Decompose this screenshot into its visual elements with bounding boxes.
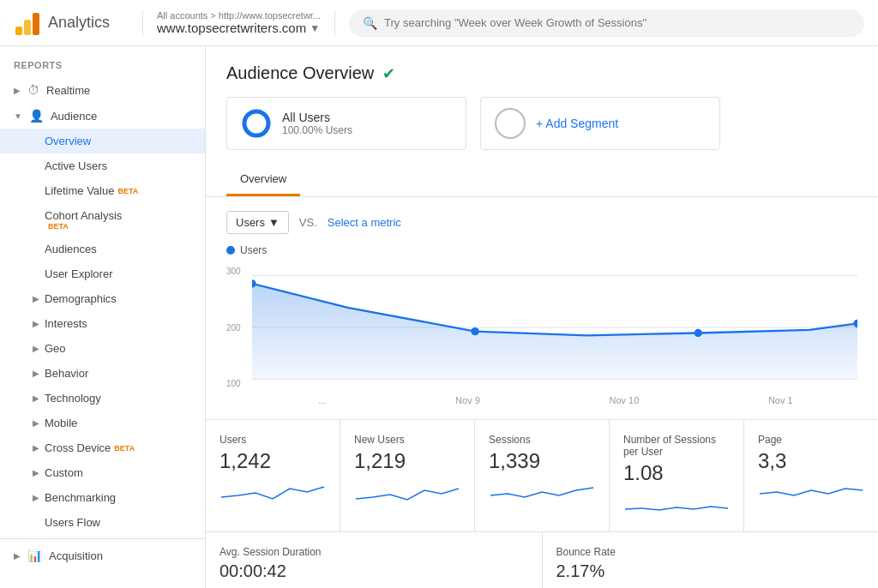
analytics-logo-icon <box>14 9 41 37</box>
demographics-expand-icon: ▶ <box>33 294 39 303</box>
sidebar-item-custom[interactable]: ▶ Custom <box>0 460 205 485</box>
tab-overview[interactable]: Overview <box>226 164 300 196</box>
cross-device-expand-icon: ▶ <box>33 443 39 453</box>
mini-chart-pages <box>758 480 864 506</box>
sidebar-item-interests[interactable]: ▶ Interests <box>0 311 205 336</box>
metrics-cards-row1: Users 1,242 New Users 1,219 Sessions 1,3… <box>206 419 878 531</box>
chart-legend: Users <box>226 244 857 256</box>
metric-dropdown[interactable]: Users ▼ <box>226 211 289 234</box>
expand-down-icon: ▼ <box>14 111 22 121</box>
sidebar-item-behavior[interactable]: ▶ Behavior <box>0 361 205 386</box>
sidebar-item-mobile[interactable]: ▶ Mobile <box>0 411 205 435</box>
metric-card-sessions-per-user: Number of Sessions per User 1.08 <box>610 420 744 531</box>
x-label-0: ... <box>318 395 326 405</box>
sidebar-item-cross-device[interactable]: ▶ Cross Device BETA <box>0 435 205 460</box>
geo-expand-icon: ▶ <box>33 344 39 353</box>
y-label-200: 200 <box>226 323 252 333</box>
site-dropdown-arrow: ▼ <box>310 22 320 34</box>
metric-card-avg-session: Avg. Session Duration 00:00:42 <box>206 532 543 588</box>
mini-chart-sessions <box>489 480 595 506</box>
svg-rect-0 <box>15 27 22 35</box>
top-header: Analytics All accounts > http://www.tops… <box>0 0 878 46</box>
mini-chart-sessions-per-user <box>623 492 730 518</box>
metric-card-sessions: Sessions 1,339 <box>475 420 610 531</box>
benchmarking-expand-icon: ▶ <box>33 493 39 502</box>
sidebar-item-users-flow[interactable]: Users Flow <box>0 510 205 535</box>
main-body: REPORTS ▶ ⏱ Realtime ▼ 👤 Audience Overvi… <box>0 46 878 588</box>
sidebar-item-benchmarking[interactable]: ▶ Benchmarking <box>0 485 205 510</box>
vs-label: VS. <box>299 216 317 229</box>
sidebar-item-active-users[interactable]: Active Users <box>0 153 205 178</box>
content-header: Audience Overview ✔ <box>206 46 878 97</box>
acquisition-expand-icon: ▶ <box>14 551 21 561</box>
sidebar-divider <box>0 538 205 539</box>
search-input[interactable] <box>384 16 851 29</box>
search-bar[interactable]: 🔍 <box>349 9 864 37</box>
sidebar-item-cohort-analysis[interactable]: Cohort AnalysisBETA <box>0 203 205 237</box>
sidebar: REPORTS ▶ ⏱ Realtime ▼ 👤 Audience Overvi… <box>0 46 206 588</box>
y-axis: 300 200 100 <box>226 263 252 392</box>
legend-dot-users <box>226 246 235 255</box>
metric-card-bounce-rate: Bounce Rate 2.17% <box>543 532 879 588</box>
chart-svg <box>252 263 857 392</box>
svg-point-9 <box>471 327 478 335</box>
svg-rect-1 <box>24 20 31 35</box>
beta-badge-cross-device: BETA <box>114 444 135 453</box>
account-selector[interactable]: All accounts > http://www.topsecretwr...… <box>142 10 335 35</box>
sidebar-item-audience[interactable]: ▼ 👤 Audience <box>0 103 205 129</box>
chart-wrapper: 300 200 100 <box>226 263 857 392</box>
content-area: Audience Overview ✔ All Users 100.00% Us… <box>206 46 878 588</box>
beta-badge-lifetime: BETA <box>117 187 138 195</box>
metric-card-pages: Page 3,3 <box>744 420 878 531</box>
segment-info: All Users 100.00% Users <box>282 111 352 136</box>
person-icon: 👤 <box>29 109 44 123</box>
sidebar-item-acquisition[interactable]: ▶ 📊 Acquisition <box>0 543 205 568</box>
sidebar-item-realtime[interactable]: ▶ ⏱ Realtime <box>0 77 205 103</box>
chart-icon: 📊 <box>27 549 42 562</box>
mini-chart-new-users <box>354 480 460 506</box>
sidebar-item-audiences[interactable]: Audiences <box>0 237 205 261</box>
segments-row: All Users 100.00% Users + Add Segment <box>206 97 878 164</box>
svg-point-10 <box>695 329 702 337</box>
dropdown-arrow-icon: ▼ <box>268 216 280 229</box>
x-label-nov1: Nov 1 <box>768 395 793 405</box>
metrics-cards-row2: Avg. Session Duration 00:00:42 Bounce Ra… <box>206 531 878 588</box>
technology-expand-icon: ▶ <box>33 393 39 403</box>
segment-donut-icon <box>241 108 272 139</box>
segment-add-circle <box>495 108 526 139</box>
tabs-row: Overview <box>206 164 878 197</box>
sidebar-item-geo[interactable]: ▶ Geo <box>0 336 205 361</box>
sidebar-item-technology[interactable]: ▶ Technology <box>0 386 205 411</box>
metric-selector-row: Users ▼ VS. Select a metric <box>226 211 857 234</box>
segment-all-users[interactable]: All Users 100.00% Users <box>226 97 466 150</box>
app-title: Analytics <box>48 14 110 32</box>
svg-rect-2 <box>33 13 39 35</box>
svg-point-4 <box>244 111 268 135</box>
x-label-nov9: Nov 9 <box>455 395 480 405</box>
chart-canvas <box>252 263 857 392</box>
logo-area: Analytics <box>14 9 142 37</box>
sidebar-item-user-explorer[interactable]: User Explorer <box>0 261 205 286</box>
mobile-expand-icon: ▶ <box>33 418 39 428</box>
x-label-nov10: Nov 10 <box>609 395 639 405</box>
verified-icon: ✔ <box>382 64 395 83</box>
y-label-300: 300 <box>226 267 252 276</box>
mini-chart-users <box>220 480 326 506</box>
clock-icon: ⏱ <box>27 83 39 97</box>
sidebar-item-lifetime-value[interactable]: Lifetime Value BETA <box>0 178 205 203</box>
compare-metric-button[interactable]: Select a metric <box>328 216 401 229</box>
beta-badge-cohort: BETA <box>48 222 191 231</box>
site-url[interactable]: www.topsecretwriters.com ▼ <box>157 21 321 35</box>
breadcrumb: All accounts > http://www.topsecretwr... <box>157 10 321 21</box>
reports-label: REPORTS <box>0 46 205 77</box>
x-axis: ... Nov 9 Nov 10 Nov 1 <box>226 392 857 405</box>
y-label-100: 100 <box>226 379 252 388</box>
page-title: Audience Overview <box>226 63 374 83</box>
sidebar-item-overview[interactable]: Overview <box>0 129 205 153</box>
behavior-expand-icon: ▶ <box>33 369 39 378</box>
custom-expand-icon: ▶ <box>33 468 39 477</box>
segment-add-button[interactable]: + Add Segment <box>480 97 720 150</box>
chart-area: Users ▼ VS. Select a metric Users 300 20… <box>206 197 878 419</box>
interests-expand-icon: ▶ <box>33 319 39 328</box>
sidebar-item-demographics[interactable]: ▶ Demographics <box>0 286 205 311</box>
